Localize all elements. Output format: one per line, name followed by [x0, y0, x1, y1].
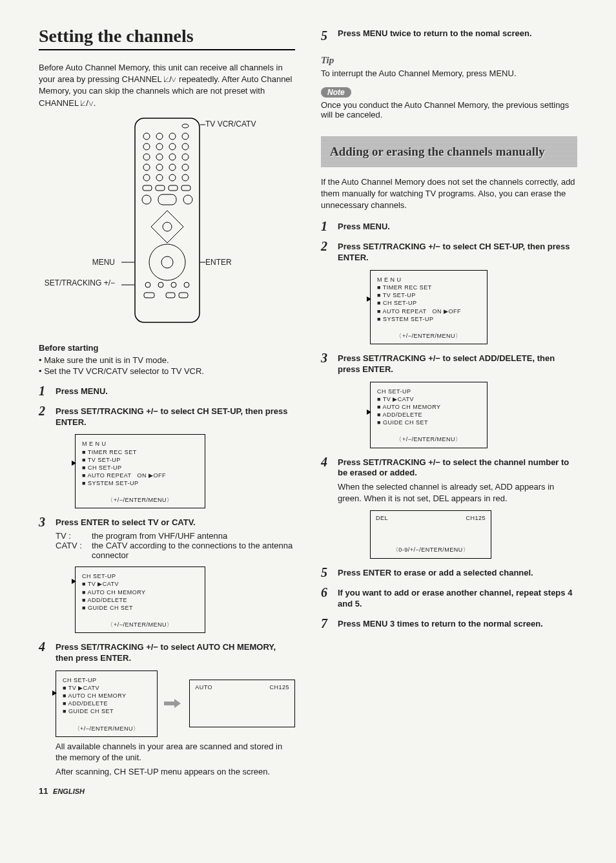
step: Press ENTER to erase or add a selected c… — [321, 568, 577, 579]
tip-label: Tip — [321, 55, 577, 66]
step-number: 5 — [321, 28, 338, 43]
osd-menu: M E N U ■ TIMER REC SET ■ TV SET-UP ■ CH… — [370, 270, 488, 344]
osd-menu: CH SET-UP ■ TV ▶CATV ■ AUTO CH MEMORY ■ … — [370, 382, 488, 448]
page-footer: 11 ENGLISH — [39, 786, 295, 796]
osd-status: DEL CH125 〈0-9/+/−/ENTER/MENU〉 — [370, 510, 491, 559]
note-text: Once you conduct the Auto Channel Memory… — [321, 100, 577, 120]
left-column: Setting the channels Before Auto Channel… — [39, 26, 295, 796]
page-title: Setting the channels — [39, 26, 295, 50]
step: Press MENU. — [39, 386, 295, 397]
steps-list-right: Press MENU. Press SET/TRACKING +/− to se… — [321, 222, 577, 630]
osd-status: AUTO CH125 — [189, 680, 295, 727]
step: Press MENU. — [321, 222, 577, 233]
before-item: • Set the TV VCR/CATV selector to TV VCR… — [39, 366, 295, 376]
step: Press SET/TRACKING +/− to select AUTO CH… — [39, 642, 295, 777]
note-badge: Note — [321, 87, 351, 98]
step: Press SET/TRACKING +/− to select CH SET-… — [321, 242, 577, 344]
osd-menu: M E N U ■ TIMER REC SET ■ TV SET-UP ■ CH… — [75, 434, 205, 508]
arrow-icon — [164, 699, 183, 708]
step: Press SET/TRACKING +/− to select ADD/DEL… — [321, 353, 577, 448]
section-intro: If the Auto Channel Memory does not set … — [321, 176, 577, 212]
step: Press SET/TRACKING +/− to select CH SET-… — [39, 406, 295, 509]
step: If you want to add or erase another chan… — [321, 588, 577, 610]
osd-menu: CH SET-UP ■ TV ▶CATV ■ AUTO CH MEMORY ■ … — [56, 671, 158, 737]
step: Press MENU 3 times to return to the norm… — [321, 619, 577, 630]
right-column: 5 Press MENU twice to return to the noma… — [321, 26, 577, 796]
before-starting-heading: Before starting — [39, 343, 295, 353]
step: Press SET/TRACKING +/− to select the cha… — [321, 457, 577, 559]
osd-menu: CH SET-UP ■ TV ▶CATV ■ AUTO CH MEMORY ■ … — [75, 567, 205, 633]
remote-diagram: TV VCR/CATV MENU ENTER SET/TRACKING +/− — [39, 117, 295, 330]
section-heading: Adding or erasing the channels manually — [321, 136, 577, 167]
step-title: Press MENU twice to return to the nomal … — [338, 28, 577, 43]
intro-text: Before Auto Channel Memory, this unit ca… — [39, 62, 295, 109]
tip-text: To interrupt the Auto Channel Memory, pr… — [321, 68, 577, 78]
steps-list-left: Press MENU. Press SET/TRACKING +/− to se… — [39, 386, 295, 778]
before-item: • Make sure the unit is in TV mode. — [39, 355, 295, 365]
step: Press ENTER to select TV or CATV. TV :th… — [39, 517, 295, 633]
